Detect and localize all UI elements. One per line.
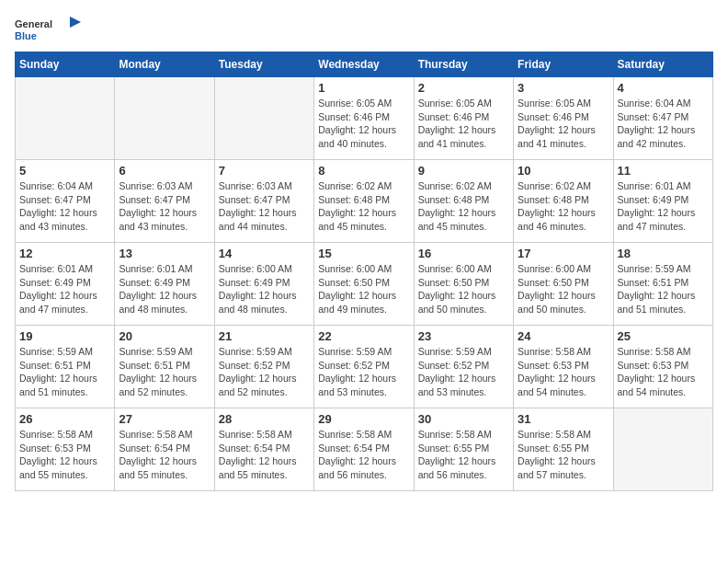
weekday-header-cell: Tuesday [214,52,313,77]
calendar-cell: 8Sunrise: 6:02 AM Sunset: 6:48 PM Daylig… [314,160,414,243]
calendar-cell: 26Sunrise: 5:58 AM Sunset: 6:53 PM Dayli… [16,408,115,491]
day-number: 29 [318,412,409,426]
day-info: Sunrise: 6:03 AM Sunset: 6:47 PM Dayligh… [119,179,210,234]
day-info: Sunrise: 5:59 AM Sunset: 6:52 PM Dayligh… [318,345,409,399]
day-info: Sunrise: 5:59 AM Sunset: 6:51 PM Dayligh… [119,345,210,399]
svg-text:Blue: Blue [15,30,37,41]
day-number: 3 [518,81,609,95]
day-info: Sunrise: 5:58 AM Sunset: 6:54 PM Dayligh… [318,428,409,482]
calendar-cell: 10Sunrise: 6:02 AM Sunset: 6:48 PM Dayli… [514,160,613,243]
day-info: Sunrise: 6:05 AM Sunset: 6:46 PM Dayligh… [318,97,409,151]
calendar-cell: 12Sunrise: 6:01 AM Sunset: 6:49 PM Dayli… [16,243,115,326]
calendar-cell: 19Sunrise: 5:59 AM Sunset: 6:51 PM Dayli… [16,326,115,408]
day-number: 7 [219,164,310,178]
day-number: 8 [318,164,409,178]
day-info: Sunrise: 6:00 AM Sunset: 6:50 PM Dayligh… [518,262,609,316]
day-number: 31 [518,412,609,426]
calendar-cell: 3Sunrise: 6:05 AM Sunset: 6:46 PM Daylig… [514,77,613,160]
calendar-cell: 6Sunrise: 6:03 AM Sunset: 6:47 PM Daylig… [115,160,214,243]
logo: General Blue [15,15,85,42]
calendar-table: SundayMondayTuesdayWednesdayThursdayFrid… [15,52,713,491]
day-number: 27 [119,412,210,426]
day-info: Sunrise: 6:04 AM Sunset: 6:47 PM Dayligh… [19,179,110,234]
calendar-cell: 4Sunrise: 6:04 AM Sunset: 6:47 PM Daylig… [613,77,712,160]
day-info: Sunrise: 6:00 AM Sunset: 6:50 PM Dayligh… [318,262,409,316]
day-info: Sunrise: 6:05 AM Sunset: 6:46 PM Dayligh… [418,97,509,151]
calendar-cell: 11Sunrise: 6:01 AM Sunset: 6:49 PM Dayli… [613,160,712,243]
calendar-cell: 20Sunrise: 5:59 AM Sunset: 6:51 PM Dayli… [115,326,214,408]
day-number: 25 [618,329,709,343]
logo-icon: General Blue [15,15,85,42]
calendar-cell: 9Sunrise: 6:02 AM Sunset: 6:48 PM Daylig… [414,160,513,243]
day-info: Sunrise: 5:59 AM Sunset: 6:52 PM Dayligh… [418,345,509,399]
calendar-week-row: 19Sunrise: 5:59 AM Sunset: 6:51 PM Dayli… [16,326,713,408]
weekday-header-cell: Friday [514,52,613,77]
svg-text:General: General [15,18,52,29]
calendar-cell [613,408,712,491]
weekday-header-cell: Thursday [414,52,513,77]
day-info: Sunrise: 5:58 AM Sunset: 6:54 PM Dayligh… [219,428,310,482]
day-number: 26 [19,412,110,426]
day-number: 5 [19,164,110,178]
calendar-week-row: 1Sunrise: 6:05 AM Sunset: 6:46 PM Daylig… [16,77,713,160]
day-info: Sunrise: 6:00 AM Sunset: 6:50 PM Dayligh… [418,262,509,316]
calendar-cell: 22Sunrise: 5:59 AM Sunset: 6:52 PM Dayli… [314,326,414,408]
calendar-cell: 30Sunrise: 5:58 AM Sunset: 6:55 PM Dayli… [414,408,513,491]
day-number: 11 [618,164,709,178]
day-number: 24 [518,329,609,343]
day-info: Sunrise: 5:58 AM Sunset: 6:53 PM Dayligh… [618,345,709,399]
calendar-cell: 24Sunrise: 5:58 AM Sunset: 6:53 PM Dayli… [514,326,613,408]
calendar-week-row: 12Sunrise: 6:01 AM Sunset: 6:49 PM Dayli… [16,243,713,326]
calendar-body: 1Sunrise: 6:05 AM Sunset: 6:46 PM Daylig… [16,77,713,491]
day-info: Sunrise: 5:58 AM Sunset: 6:53 PM Dayligh… [518,345,609,399]
day-info: Sunrise: 5:58 AM Sunset: 6:55 PM Dayligh… [518,428,609,482]
svg-marker-2 [70,17,81,28]
day-info: Sunrise: 5:58 AM Sunset: 6:55 PM Dayligh… [418,428,509,482]
weekday-header-row: SundayMondayTuesdayWednesdayThursdayFrid… [16,52,713,77]
day-info: Sunrise: 5:59 AM Sunset: 6:51 PM Dayligh… [19,345,110,399]
weekday-header-cell: Monday [115,52,214,77]
calendar-week-row: 5Sunrise: 6:04 AM Sunset: 6:47 PM Daylig… [16,160,713,243]
calendar-cell: 28Sunrise: 5:58 AM Sunset: 6:54 PM Dayli… [214,408,313,491]
day-info: Sunrise: 5:59 AM Sunset: 6:51 PM Dayligh… [618,262,709,316]
page-header: General Blue [15,15,713,42]
day-number: 1 [318,81,409,95]
day-number: 10 [518,164,609,178]
day-number: 28 [219,412,310,426]
weekday-header-cell: Wednesday [314,52,414,77]
day-number: 21 [219,329,310,343]
weekday-header-cell: Sunday [16,52,115,77]
calendar-cell: 14Sunrise: 6:00 AM Sunset: 6:49 PM Dayli… [214,243,313,326]
calendar-cell: 5Sunrise: 6:04 AM Sunset: 6:47 PM Daylig… [16,160,115,243]
calendar-cell [16,77,115,160]
day-info: Sunrise: 6:01 AM Sunset: 6:49 PM Dayligh… [119,262,210,316]
day-number: 15 [318,247,409,260]
weekday-header-cell: Saturday [613,52,712,77]
calendar-week-row: 26Sunrise: 5:58 AM Sunset: 6:53 PM Dayli… [16,408,713,491]
calendar-cell: 27Sunrise: 5:58 AM Sunset: 6:54 PM Dayli… [115,408,214,491]
day-info: Sunrise: 6:05 AM Sunset: 6:46 PM Dayligh… [518,97,609,151]
day-info: Sunrise: 5:58 AM Sunset: 6:53 PM Dayligh… [19,428,110,482]
calendar-cell [115,77,214,160]
day-number: 14 [219,247,310,260]
day-info: Sunrise: 6:02 AM Sunset: 6:48 PM Dayligh… [318,179,409,234]
day-number: 23 [418,329,509,343]
day-number: 13 [119,247,210,260]
day-number: 17 [518,247,609,260]
day-number: 30 [418,412,509,426]
day-number: 2 [418,81,509,95]
day-info: Sunrise: 6:02 AM Sunset: 6:48 PM Dayligh… [418,179,509,234]
calendar-cell: 2Sunrise: 6:05 AM Sunset: 6:46 PM Daylig… [414,77,513,160]
day-number: 16 [418,247,509,260]
day-number: 12 [19,247,110,260]
day-number: 22 [318,329,409,343]
day-info: Sunrise: 5:58 AM Sunset: 6:54 PM Dayligh… [119,428,210,482]
day-info: Sunrise: 6:01 AM Sunset: 6:49 PM Dayligh… [618,179,709,234]
day-number: 18 [618,247,709,260]
day-number: 19 [19,329,110,343]
day-info: Sunrise: 5:59 AM Sunset: 6:52 PM Dayligh… [219,345,310,399]
calendar-cell: 21Sunrise: 5:59 AM Sunset: 6:52 PM Dayli… [214,326,313,408]
calendar-cell: 18Sunrise: 5:59 AM Sunset: 6:51 PM Dayli… [613,243,712,326]
calendar-cell: 29Sunrise: 5:58 AM Sunset: 6:54 PM Dayli… [314,408,414,491]
day-info: Sunrise: 6:03 AM Sunset: 6:47 PM Dayligh… [219,179,310,234]
